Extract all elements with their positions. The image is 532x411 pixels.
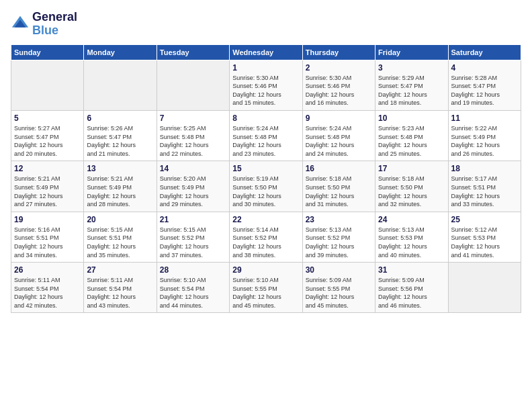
day-info: Sunrise: 5:09 AM Sunset: 5:55 PM Dayligh… bbox=[306, 276, 372, 310]
day-info: Sunrise: 5:15 AM Sunset: 5:51 PM Dayligh… bbox=[87, 226, 153, 259]
calendar-cell: 6Sunrise: 5:26 AM Sunset: 5:47 PM Daylig… bbox=[84, 110, 157, 161]
day-info: Sunrise: 5:10 AM Sunset: 5:54 PM Dayligh… bbox=[160, 276, 226, 310]
day-info: Sunrise: 5:09 AM Sunset: 5:56 PM Dayligh… bbox=[378, 276, 445, 310]
calendar-cell: 13Sunrise: 5:21 AM Sunset: 5:49 PM Dayli… bbox=[84, 161, 157, 212]
day-info: Sunrise: 5:20 AM Sunset: 5:49 PM Dayligh… bbox=[160, 175, 226, 208]
calendar-cell: 4Sunrise: 5:28 AM Sunset: 5:47 PM Daylig… bbox=[448, 60, 521, 110]
day-number: 14 bbox=[160, 164, 226, 173]
calendar-cell: 20Sunrise: 5:15 AM Sunset: 5:51 PM Dayli… bbox=[84, 212, 157, 262]
calendar-cell bbox=[448, 263, 521, 313]
day-info: Sunrise: 5:24 AM Sunset: 5:48 PM Dayligh… bbox=[306, 124, 372, 158]
weekday-header-monday: Monday bbox=[84, 44, 157, 60]
calendar-cell: 2Sunrise: 5:30 AM Sunset: 5:46 PM Daylig… bbox=[302, 60, 375, 110]
day-info: Sunrise: 5:13 AM Sunset: 5:53 PM Dayligh… bbox=[378, 226, 445, 259]
day-number: 8 bbox=[232, 113, 299, 123]
day-info: Sunrise: 5:12 AM Sunset: 5:53 PM Dayligh… bbox=[451, 226, 518, 259]
calendar-cell: 27Sunrise: 5:11 AM Sunset: 5:54 PM Dayli… bbox=[84, 263, 157, 313]
calendar-cell bbox=[157, 60, 229, 110]
calendar-cell: 7Sunrise: 5:25 AM Sunset: 5:48 PM Daylig… bbox=[157, 110, 229, 161]
weekday-header-saturday: Saturday bbox=[448, 44, 521, 60]
calendar-cell: 5Sunrise: 5:27 AM Sunset: 5:47 PM Daylig… bbox=[11, 110, 84, 161]
day-number: 12 bbox=[14, 164, 81, 173]
day-number: 6 bbox=[87, 113, 153, 123]
calendar-cell bbox=[84, 60, 157, 110]
weekday-header-tuesday: Tuesday bbox=[157, 44, 229, 60]
calendar-cell: 9Sunrise: 5:24 AM Sunset: 5:48 PM Daylig… bbox=[302, 110, 375, 161]
day-number: 3 bbox=[378, 63, 445, 73]
day-number: 10 bbox=[378, 113, 445, 123]
day-info: Sunrise: 5:26 AM Sunset: 5:47 PM Dayligh… bbox=[87, 124, 153, 158]
weekday-header-thursday: Thursday bbox=[302, 44, 375, 60]
day-number: 4 bbox=[451, 63, 518, 73]
day-info: Sunrise: 5:14 AM Sunset: 5:52 PM Dayligh… bbox=[232, 226, 299, 259]
calendar-cell: 24Sunrise: 5:13 AM Sunset: 5:53 PM Dayli… bbox=[375, 212, 448, 262]
day-number: 22 bbox=[232, 215, 299, 224]
day-info: Sunrise: 5:28 AM Sunset: 5:47 PM Dayligh… bbox=[451, 74, 518, 107]
calendar-cell: 23Sunrise: 5:13 AM Sunset: 5:52 PM Dayli… bbox=[302, 212, 375, 262]
day-info: Sunrise: 5:11 AM Sunset: 5:54 PM Dayligh… bbox=[87, 276, 153, 310]
calendar-cell: 8Sunrise: 5:24 AM Sunset: 5:48 PM Daylig… bbox=[230, 110, 302, 161]
day-info: Sunrise: 5:22 AM Sunset: 5:49 PM Dayligh… bbox=[451, 124, 518, 158]
day-info: Sunrise: 5:27 AM Sunset: 5:47 PM Dayligh… bbox=[14, 124, 81, 158]
calendar-cell: 28Sunrise: 5:10 AM Sunset: 5:54 PM Dayli… bbox=[157, 263, 229, 313]
day-info: Sunrise: 5:15 AM Sunset: 5:52 PM Dayligh… bbox=[160, 226, 226, 259]
day-info: Sunrise: 5:21 AM Sunset: 5:49 PM Dayligh… bbox=[87, 175, 153, 208]
day-number: 21 bbox=[160, 215, 226, 224]
calendar-cell: 16Sunrise: 5:18 AM Sunset: 5:50 PM Dayli… bbox=[302, 161, 375, 212]
day-number: 5 bbox=[14, 113, 81, 123]
day-number: 27 bbox=[87, 265, 153, 275]
day-info: Sunrise: 5:10 AM Sunset: 5:55 PM Dayligh… bbox=[232, 276, 299, 310]
calendar-cell: 3Sunrise: 5:29 AM Sunset: 5:47 PM Daylig… bbox=[375, 60, 448, 110]
calendar-cell: 21Sunrise: 5:15 AM Sunset: 5:52 PM Dayli… bbox=[157, 212, 229, 262]
day-info: Sunrise: 5:25 AM Sunset: 5:48 PM Dayligh… bbox=[160, 124, 226, 158]
day-number: 19 bbox=[14, 215, 81, 224]
calendar-cell: 31Sunrise: 5:09 AM Sunset: 5:56 PM Dayli… bbox=[375, 263, 448, 313]
day-number: 29 bbox=[232, 265, 299, 275]
calendar-cell: 15Sunrise: 5:19 AM Sunset: 5:50 PM Dayli… bbox=[230, 161, 302, 212]
day-info: Sunrise: 5:30 AM Sunset: 5:46 PM Dayligh… bbox=[306, 74, 372, 107]
day-number: 15 bbox=[232, 164, 299, 173]
day-info: Sunrise: 5:24 AM Sunset: 5:48 PM Dayligh… bbox=[232, 124, 299, 158]
day-number: 23 bbox=[306, 215, 372, 224]
calendar-cell: 25Sunrise: 5:12 AM Sunset: 5:53 PM Dayli… bbox=[448, 212, 521, 262]
day-info: Sunrise: 5:29 AM Sunset: 5:47 PM Dayligh… bbox=[378, 74, 445, 107]
weekday-header-friday: Friday bbox=[375, 44, 448, 60]
day-info: Sunrise: 5:21 AM Sunset: 5:49 PM Dayligh… bbox=[14, 175, 81, 208]
day-info: Sunrise: 5:13 AM Sunset: 5:52 PM Dayligh… bbox=[306, 226, 372, 259]
page-header: GeneralBlue bbox=[11, 11, 521, 38]
calendar-cell: 12Sunrise: 5:21 AM Sunset: 5:49 PM Dayli… bbox=[11, 161, 84, 212]
day-info: Sunrise: 5:18 AM Sunset: 5:50 PM Dayligh… bbox=[306, 175, 372, 208]
day-number: 28 bbox=[160, 265, 226, 275]
day-info: Sunrise: 5:23 AM Sunset: 5:48 PM Dayligh… bbox=[378, 124, 445, 158]
calendar-cell: 19Sunrise: 5:16 AM Sunset: 5:51 PM Dayli… bbox=[11, 212, 84, 262]
day-number: 31 bbox=[378, 265, 445, 275]
day-number: 11 bbox=[451, 113, 518, 123]
day-info: Sunrise: 5:11 AM Sunset: 5:54 PM Dayligh… bbox=[14, 276, 81, 310]
calendar-cell: 26Sunrise: 5:11 AM Sunset: 5:54 PM Dayli… bbox=[11, 263, 84, 313]
day-info: Sunrise: 5:19 AM Sunset: 5:50 PM Dayligh… bbox=[232, 175, 299, 208]
logo-icon bbox=[11, 15, 30, 34]
calendar-cell: 29Sunrise: 5:10 AM Sunset: 5:55 PM Dayli… bbox=[230, 263, 302, 313]
calendar-cell: 17Sunrise: 5:18 AM Sunset: 5:50 PM Dayli… bbox=[375, 161, 448, 212]
day-number: 18 bbox=[451, 164, 518, 173]
day-number: 9 bbox=[306, 113, 372, 123]
weekday-header-sunday: Sunday bbox=[11, 44, 84, 60]
day-number: 20 bbox=[87, 215, 153, 224]
calendar-cell: 1Sunrise: 5:30 AM Sunset: 5:46 PM Daylig… bbox=[230, 60, 302, 110]
day-number: 1 bbox=[232, 63, 299, 73]
weekday-header-wednesday: Wednesday bbox=[230, 44, 302, 60]
calendar-cell: 10Sunrise: 5:23 AM Sunset: 5:48 PM Dayli… bbox=[375, 110, 448, 161]
day-info: Sunrise: 5:16 AM Sunset: 5:51 PM Dayligh… bbox=[14, 226, 81, 259]
day-number: 25 bbox=[451, 215, 518, 224]
day-number: 7 bbox=[160, 113, 226, 123]
day-number: 13 bbox=[87, 164, 153, 173]
day-number: 16 bbox=[306, 164, 372, 173]
logo-text: GeneralBlue bbox=[32, 11, 77, 38]
calendar-cell: 22Sunrise: 5:14 AM Sunset: 5:52 PM Dayli… bbox=[230, 212, 302, 262]
calendar-cell: 18Sunrise: 5:17 AM Sunset: 5:51 PM Dayli… bbox=[448, 161, 521, 212]
day-number: 30 bbox=[306, 265, 372, 275]
calendar-cell: 11Sunrise: 5:22 AM Sunset: 5:49 PM Dayli… bbox=[448, 110, 521, 161]
calendar-cell: 14Sunrise: 5:20 AM Sunset: 5:49 PM Dayli… bbox=[157, 161, 229, 212]
calendar-cell: 30Sunrise: 5:09 AM Sunset: 5:55 PM Dayli… bbox=[302, 263, 375, 313]
logo: GeneralBlue bbox=[11, 11, 77, 38]
